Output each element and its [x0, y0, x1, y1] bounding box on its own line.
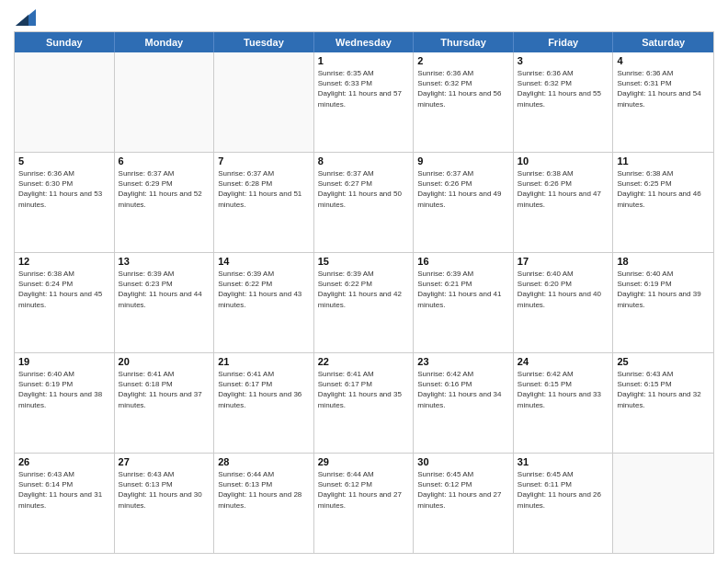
calendar-cell: 26Sunrise: 6:43 AM Sunset: 6:14 PM Dayli…: [15, 454, 115, 553]
cell-info: Sunrise: 6:37 AM Sunset: 6:29 PM Dayligh…: [119, 168, 210, 210]
cell-info: Sunrise: 6:40 AM Sunset: 6:19 PM Dayligh…: [18, 369, 110, 410]
calendar-cell: [15, 52, 115, 152]
cell-info: Sunrise: 6:39 AM Sunset: 6:22 PM Dayligh…: [218, 269, 310, 310]
logo-icon: [16, 9, 36, 26]
day-number: 15: [318, 256, 410, 267]
calendar-cell: 9Sunrise: 6:37 AM Sunset: 6:26 PM Daylig…: [414, 153, 514, 252]
day-number: 21: [218, 356, 310, 367]
cell-info: Sunrise: 6:43 AM Sunset: 6:13 PM Dayligh…: [119, 469, 210, 511]
calendar-cell: 11Sunrise: 6:38 AM Sunset: 6:25 PM Dayli…: [613, 153, 713, 252]
calendar-cell: 15Sunrise: 6:39 AM Sunset: 6:22 PM Dayli…: [314, 253, 415, 352]
calendar-cell: 21Sunrise: 6:41 AM Sunset: 6:17 PM Dayli…: [214, 353, 314, 453]
cell-info: Sunrise: 6:38 AM Sunset: 6:25 PM Dayligh…: [617, 168, 710, 210]
calendar-cell: [613, 454, 713, 553]
day-number: 25: [617, 356, 710, 367]
cell-info: Sunrise: 6:45 AM Sunset: 6:12 PM Dayligh…: [417, 469, 509, 511]
cell-info: Sunrise: 6:36 AM Sunset: 6:32 PM Dayligh…: [518, 68, 609, 109]
day-number: 2: [417, 55, 509, 66]
day-number: 10: [518, 155, 609, 167]
header-day-wednesday: Wednesday: [314, 32, 415, 52]
calendar: SundayMondayTuesdayWednesdayThursdayFrid…: [14, 31, 714, 554]
day-number: 16: [417, 256, 509, 267]
cell-info: Sunrise: 6:37 AM Sunset: 6:27 PM Dayligh…: [318, 168, 410, 210]
calendar-cell: 25Sunrise: 6:43 AM Sunset: 6:15 PM Dayli…: [613, 353, 713, 453]
day-number: 28: [218, 456, 310, 467]
cell-info: Sunrise: 6:42 AM Sunset: 6:15 PM Dayligh…: [518, 369, 609, 410]
header-day-monday: Monday: [115, 32, 215, 52]
cell-info: Sunrise: 6:39 AM Sunset: 6:23 PM Dayligh…: [119, 269, 210, 310]
cell-info: Sunrise: 6:38 AM Sunset: 6:26 PM Dayligh…: [518, 168, 609, 210]
calendar-cell: 8Sunrise: 6:37 AM Sunset: 6:27 PM Daylig…: [314, 153, 415, 252]
cell-info: Sunrise: 6:40 AM Sunset: 6:20 PM Dayligh…: [518, 269, 609, 310]
calendar-cell: 7Sunrise: 6:37 AM Sunset: 6:28 PM Daylig…: [214, 153, 314, 252]
calendar-cell: 31Sunrise: 6:45 AM Sunset: 6:11 PM Dayli…: [514, 454, 614, 553]
header-day-tuesday: Tuesday: [214, 32, 314, 52]
day-number: 5: [18, 155, 110, 167]
cell-info: Sunrise: 6:43 AM Sunset: 6:15 PM Dayligh…: [617, 369, 710, 410]
calendar-cell: 27Sunrise: 6:43 AM Sunset: 6:13 PM Dayli…: [115, 454, 215, 553]
cell-info: Sunrise: 6:36 AM Sunset: 6:30 PM Dayligh…: [18, 168, 110, 210]
day-number: 4: [617, 55, 710, 66]
cell-info: Sunrise: 6:37 AM Sunset: 6:26 PM Dayligh…: [417, 168, 509, 210]
day-number: 23: [417, 356, 509, 367]
day-number: 31: [518, 456, 609, 467]
calendar-week-2: 5Sunrise: 6:36 AM Sunset: 6:30 PM Daylig…: [15, 153, 713, 253]
calendar-cell: [214, 52, 314, 152]
calendar-cell: 20Sunrise: 6:41 AM Sunset: 6:18 PM Dayli…: [115, 353, 215, 453]
calendar-week-3: 12Sunrise: 6:38 AM Sunset: 6:24 PM Dayli…: [15, 253, 713, 353]
cell-info: Sunrise: 6:45 AM Sunset: 6:11 PM Dayligh…: [518, 469, 609, 511]
calendar-cell: 1Sunrise: 6:35 AM Sunset: 6:33 PM Daylig…: [314, 52, 415, 152]
day-number: 26: [18, 456, 110, 467]
cell-info: Sunrise: 6:42 AM Sunset: 6:16 PM Dayligh…: [417, 369, 509, 410]
calendar-cell: 2Sunrise: 6:36 AM Sunset: 6:32 PM Daylig…: [414, 52, 514, 152]
day-number: 9: [417, 155, 509, 167]
header-day-thursday: Thursday: [414, 32, 514, 52]
day-number: 1: [318, 55, 410, 66]
day-number: 17: [518, 256, 609, 267]
day-number: 12: [18, 256, 110, 267]
day-number: 6: [119, 155, 210, 167]
calendar-cell: 24Sunrise: 6:42 AM Sunset: 6:15 PM Dayli…: [514, 353, 614, 453]
calendar-header: SundayMondayTuesdayWednesdayThursdayFrid…: [15, 32, 713, 52]
day-number: 20: [119, 356, 210, 367]
calendar-cell: 16Sunrise: 6:39 AM Sunset: 6:21 PM Dayli…: [414, 253, 514, 352]
cell-info: Sunrise: 6:44 AM Sunset: 6:12 PM Dayligh…: [318, 469, 410, 511]
calendar-cell: 3Sunrise: 6:36 AM Sunset: 6:32 PM Daylig…: [514, 52, 614, 152]
header-day-friday: Friday: [514, 32, 614, 52]
day-number: 14: [218, 256, 310, 267]
page: SundayMondayTuesdayWednesdayThursdayFrid…: [0, 0, 728, 563]
cell-info: Sunrise: 6:41 AM Sunset: 6:17 PM Dayligh…: [318, 369, 410, 410]
cell-info: Sunrise: 6:37 AM Sunset: 6:28 PM Dayligh…: [218, 168, 310, 210]
cell-info: Sunrise: 6:41 AM Sunset: 6:18 PM Dayligh…: [119, 369, 210, 410]
cell-info: Sunrise: 6:38 AM Sunset: 6:24 PM Dayligh…: [18, 269, 110, 310]
calendar-cell: 17Sunrise: 6:40 AM Sunset: 6:20 PM Dayli…: [514, 253, 614, 352]
header: [14, 9, 714, 26]
calendar-cell: 4Sunrise: 6:36 AM Sunset: 6:31 PM Daylig…: [613, 52, 713, 152]
calendar-cell: 22Sunrise: 6:41 AM Sunset: 6:17 PM Dayli…: [314, 353, 415, 453]
cell-info: Sunrise: 6:41 AM Sunset: 6:17 PM Dayligh…: [218, 369, 310, 410]
calendar-week-4: 19Sunrise: 6:40 AM Sunset: 6:19 PM Dayli…: [15, 353, 713, 454]
calendar-cell: [115, 52, 215, 152]
calendar-cell: 19Sunrise: 6:40 AM Sunset: 6:19 PM Dayli…: [15, 353, 115, 453]
day-number: 19: [18, 356, 110, 367]
calendar-cell: 23Sunrise: 6:42 AM Sunset: 6:16 PM Dayli…: [414, 353, 514, 453]
calendar-cell: 14Sunrise: 6:39 AM Sunset: 6:22 PM Dayli…: [214, 253, 314, 352]
day-number: 29: [318, 456, 410, 467]
cell-info: Sunrise: 6:40 AM Sunset: 6:19 PM Dayligh…: [617, 269, 710, 310]
calendar-cell: 29Sunrise: 6:44 AM Sunset: 6:12 PM Dayli…: [314, 454, 415, 553]
logo: [14, 9, 36, 26]
calendar-cell: 30Sunrise: 6:45 AM Sunset: 6:12 PM Dayli…: [414, 454, 514, 553]
calendar-cell: 10Sunrise: 6:38 AM Sunset: 6:26 PM Dayli…: [514, 153, 614, 252]
calendar-cell: 12Sunrise: 6:38 AM Sunset: 6:24 PM Dayli…: [15, 253, 115, 352]
day-number: 22: [318, 356, 410, 367]
day-number: 7: [218, 155, 310, 167]
cell-info: Sunrise: 6:35 AM Sunset: 6:33 PM Dayligh…: [318, 68, 410, 109]
calendar-cell: 13Sunrise: 6:39 AM Sunset: 6:23 PM Dayli…: [115, 253, 215, 352]
day-number: 11: [617, 155, 710, 167]
cell-info: Sunrise: 6:36 AM Sunset: 6:31 PM Dayligh…: [617, 68, 710, 109]
calendar-cell: 18Sunrise: 6:40 AM Sunset: 6:19 PM Dayli…: [613, 253, 713, 352]
calendar-cell: 28Sunrise: 6:44 AM Sunset: 6:13 PM Dayli…: [214, 454, 314, 553]
cell-info: Sunrise: 6:39 AM Sunset: 6:22 PM Dayligh…: [318, 269, 410, 310]
day-number: 27: [119, 456, 210, 467]
header-day-saturday: Saturday: [613, 32, 713, 52]
